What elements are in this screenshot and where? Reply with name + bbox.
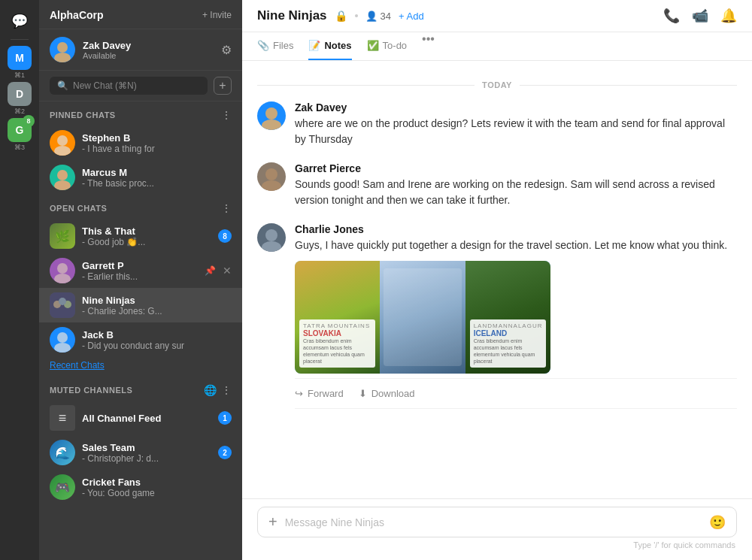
tab-todo[interactable]: ✅ To-do xyxy=(367,32,408,60)
open-chat-garrett[interactable]: Garrett P - Earlier this... 📌 ✕ xyxy=(39,253,242,288)
close-chat-garrett-button[interactable]: ✕ xyxy=(223,265,232,277)
search-icon: 🔍 xyxy=(57,80,68,91)
pinned-chat-marcus-avatar xyxy=(50,165,75,190)
user-name: Zak Davey xyxy=(83,40,214,51)
muted-channels-more-button[interactable]: ⋮ xyxy=(221,384,232,396)
workspace-d[interactable]: D ⌘2 xyxy=(8,82,32,115)
muted-channels-globe-button[interactable]: 🌐 xyxy=(204,384,217,396)
pinned-chat-marcus[interactable]: Marcus M - The basic proc... xyxy=(39,160,242,195)
svg-point-16 xyxy=(265,168,277,180)
sidebar: AlphaCorp + Invite Zak Davey Available ⚙… xyxy=(39,0,242,560)
tab-files[interactable]: 📎 Files xyxy=(257,32,293,60)
msg-garret-content: Garret Pierce Sounds good! Sam and Irene… xyxy=(295,162,737,208)
main-content: Nine Ninjas 🔒 👤 34 + Add 📞 📹 🔔 📎 Files 📝… xyxy=(242,0,752,560)
travel-label-slovakia: TATRA MOUNTAINS SLOVAKIA Cras bibendum e… xyxy=(299,319,375,368)
muted-all-channel-feed-name: All Channel Feed xyxy=(82,413,211,424)
download-button[interactable]: ⬇ Download xyxy=(359,388,415,399)
pinned-chats-more-button[interactable]: ⋮ xyxy=(221,109,232,121)
tab-more-button[interactable]: ••• xyxy=(422,32,435,60)
open-chat-jack-name: Jack B xyxy=(82,329,232,341)
channel-members: 👤 34 xyxy=(365,11,391,22)
compose-button[interactable]: + xyxy=(214,77,232,95)
muted-sales-team[interactable]: 🌊 Sales Team - Christopher J: d... 2 xyxy=(39,435,242,470)
channel-dot-separator xyxy=(355,14,358,17)
svg-point-2 xyxy=(57,135,68,146)
workspace-d-avatar[interactable]: D xyxy=(8,82,32,106)
open-chat-this-that[interactable]: 🌿 This & That - Good job 👏... 8 xyxy=(39,219,242,253)
msg-garret-avatar xyxy=(257,162,286,191)
muted-sales-team-info: Sales Team - Christopher J: d... xyxy=(82,442,211,464)
pinned-chat-marcus-name: Marcus M xyxy=(82,167,232,178)
message-input[interactable] xyxy=(285,516,702,528)
user-info: Zak Davey Available xyxy=(83,40,214,60)
muted-cricket-fans[interactable]: 🎮 Cricket Fans - You: Good game xyxy=(39,470,242,504)
open-chat-this-that-name: This & That xyxy=(82,226,211,237)
muted-sales-team-avatar: 🌊 xyxy=(50,440,75,465)
msg-charlie-content: Charlie Jones Guys, I have quickly put t… xyxy=(295,223,737,409)
voice-call-button[interactable]: 📞 xyxy=(663,8,680,24)
muted-cricket-fans-avatar: 🎮 xyxy=(50,474,75,500)
settings-icon[interactable]: ⚙ xyxy=(221,43,232,57)
channel-header: Nine Ninjas 🔒 👤 34 + Add 📞 📹 🔔 xyxy=(242,0,752,32)
open-chat-this-that-avatar: 🌿 xyxy=(50,223,75,249)
download-icon: ⬇ xyxy=(359,388,367,399)
pin-icon: 📌 xyxy=(205,265,216,276)
open-chat-jack-info: Jack B - Did you conduct any sur xyxy=(82,329,232,351)
date-label: TODAY xyxy=(482,80,512,89)
members-icon: 👤 xyxy=(365,11,378,22)
muted-all-channel-feed-badge: 1 xyxy=(218,411,232,425)
video-call-button[interactable]: 📹 xyxy=(692,8,708,24)
forward-icon: ↪ xyxy=(295,388,303,399)
mute-button[interactable]: 🔔 xyxy=(720,8,737,24)
open-chats-more-button[interactable]: ⋮ xyxy=(221,202,232,214)
rail-divider xyxy=(11,39,29,40)
message-actions: ↪ Forward ⬇ Download xyxy=(295,378,737,409)
travel-panel-mid xyxy=(380,261,465,374)
forward-label: Forward xyxy=(308,388,344,399)
date-line-right xyxy=(520,85,737,86)
message-hint: Type '/' for quick commands xyxy=(257,537,737,549)
open-chat-this-that-preview: - Good job 👏... xyxy=(82,237,211,247)
forward-button[interactable]: ↪ Forward xyxy=(295,388,344,399)
search-input[interactable] xyxy=(73,80,200,91)
workspace-m-avatar[interactable]: M xyxy=(8,46,32,70)
notes-tab-label: Notes xyxy=(324,40,351,51)
open-chat-this-that-badge: 8 xyxy=(218,229,232,243)
msg-charlie-name: Charlie Jones xyxy=(295,223,737,235)
workspace-m[interactable]: M ⌘1 xyxy=(8,46,32,79)
open-chat-nine-ninjas-info: Nine Ninjas - Charlie Jones: G... xyxy=(82,295,232,316)
workspace-g-shortcut: ⌘3 xyxy=(14,144,25,151)
add-member-button[interactable]: + Add xyxy=(399,11,424,22)
message-input-wrap: + 🙂 xyxy=(257,507,737,537)
channel-lock-icon: 🔒 xyxy=(335,10,347,22)
open-chat-jack[interactable]: Jack B - Did you conduct any sur xyxy=(39,322,242,357)
muted-channels-label: MUTED CHANNELS xyxy=(50,386,132,395)
open-chat-nine-ninjas[interactable]: Nine Ninjas - Charlie Jones: G... xyxy=(39,288,242,322)
workspace-g[interactable]: G 8 ⌘3 xyxy=(8,118,32,151)
recent-chats-link[interactable]: Recent Chats xyxy=(39,357,242,377)
open-chat-garrett-preview: - Earlier this... xyxy=(82,271,198,282)
travel-image-collage: TATRA MOUNTAINS SLOVAKIA Cras bibendum e… xyxy=(295,261,550,374)
open-chat-garrett-name: Garrett P xyxy=(82,260,198,271)
attach-button[interactable]: + xyxy=(268,513,277,531)
chat-nav-icon[interactable]: 💬 xyxy=(8,9,32,33)
open-chat-nine-ninjas-preview: - Charlie Jones: G... xyxy=(82,306,232,316)
date-divider: TODAY xyxy=(257,80,737,89)
files-tab-label: Files xyxy=(273,40,293,51)
todo-tab-icon: ✅ xyxy=(367,40,379,51)
pinned-chat-stephen-avatar xyxy=(50,130,75,156)
current-user: Zak Davey Available ⚙ xyxy=(39,29,242,71)
files-tab-icon: 📎 xyxy=(257,40,269,51)
invite-button[interactable]: + Invite xyxy=(202,10,232,20)
tab-notes[interactable]: 📝 Notes xyxy=(308,32,351,60)
msg-zak-text: where are we on the product design? Lets… xyxy=(295,116,737,147)
muted-all-channel-feed[interactable]: ≡ All Channel Feed 1 xyxy=(39,401,242,435)
pinned-chat-stephen[interactable]: Stephen B - I have a thing for xyxy=(39,126,242,160)
open-chats-section-header: OPEN CHATS ⋮ xyxy=(39,195,242,219)
emoji-button[interactable]: 🙂 xyxy=(709,514,726,531)
msg-charlie-avatar xyxy=(257,223,286,252)
muted-channels-actions: 🌐 ⋮ xyxy=(204,384,232,396)
pinned-chat-stephen-preview: - I have a thing for xyxy=(82,144,232,154)
svg-point-18 xyxy=(265,229,277,241)
workspace-m-shortcut: ⌘1 xyxy=(14,71,25,79)
